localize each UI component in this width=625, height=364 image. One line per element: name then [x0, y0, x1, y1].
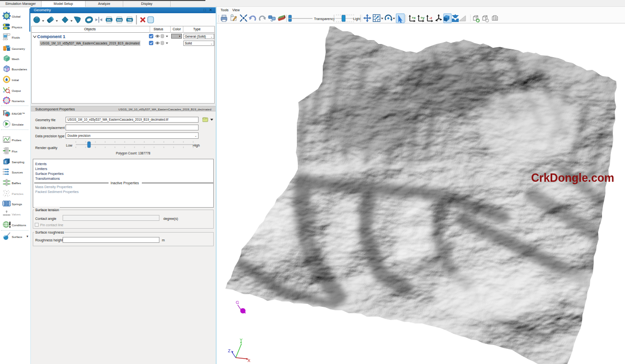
svg-text:Transparency: Transparency [314, 17, 335, 21]
svg-text:X: X [247, 358, 250, 363]
svg-text:Σ: Σ [4, 160, 7, 164]
svg-text:TIN: TIN [128, 19, 132, 21]
svg-text:+x: +x [412, 16, 416, 20]
svg-text:RAS: RAS [117, 19, 122, 21]
svg-text:Y: Y [240, 338, 243, 343]
svg-text:G: G [236, 300, 239, 305]
svg-text:+y: +y [421, 16, 424, 20]
svg-text:Z: Z [228, 348, 231, 353]
svg-text:Light: Light [353, 17, 360, 21]
svg-text:-z: -z [429, 16, 432, 20]
svg-text:STL: STL [107, 19, 112, 21]
